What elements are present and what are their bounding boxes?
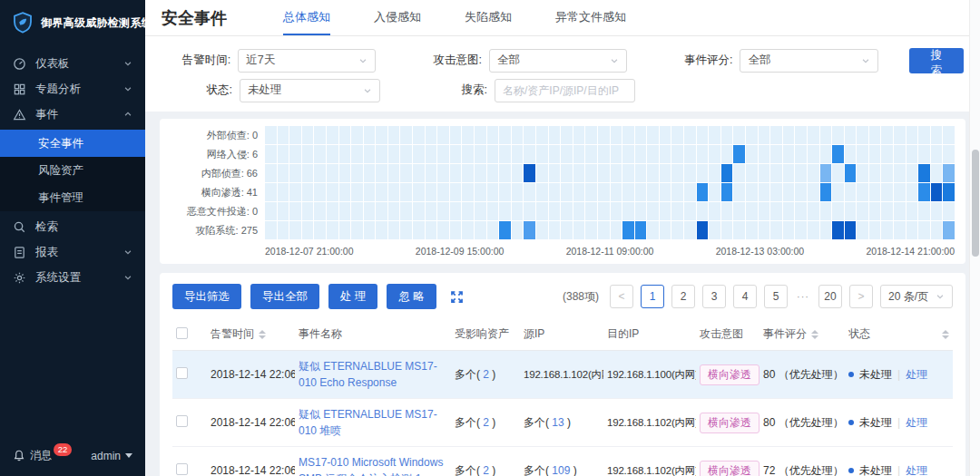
sidebar-item-risk-assets[interactable]: 风险资产 (0, 157, 145, 184)
fullscreen-icon[interactable] (449, 289, 465, 305)
handle-action-link[interactable]: 处理 (906, 416, 927, 429)
row-checkbox[interactable] (176, 367, 188, 379)
heatmap-cell (783, 183, 795, 201)
heatmap-cell (918, 126, 930, 144)
heatmap-cell (808, 202, 819, 220)
page-button-4[interactable]: 4 (733, 285, 757, 308)
heatmap-cell (832, 202, 844, 220)
header-status[interactable]: 状态 (845, 318, 953, 351)
handle-action-link[interactable]: 处理 (906, 368, 927, 381)
sidebar-item-settings[interactable]: 系统设置 (0, 265, 145, 290)
tab-abnormal-file-perception[interactable]: 异常文件感知 (555, 0, 626, 35)
page-button-last[interactable]: 20 (818, 285, 842, 308)
tab-overall-perception[interactable]: 总体感知 (283, 0, 330, 35)
status-select[interactable]: 未处理 (240, 79, 380, 102)
event-name-cell: 疑似 ETERNALBLUE MS17-010 堆喷 (295, 399, 451, 447)
source-ip-cell-count-link[interactable]: 109 (552, 464, 570, 476)
status-text: 未处理 (859, 464, 892, 476)
heatmap-row-label: 内部侦查: 66 (171, 164, 265, 183)
heatmap-cell (746, 126, 758, 144)
tab-compromise-perception[interactable]: 失陷感知 (465, 0, 512, 35)
ignore-button[interactable]: 忽 略 (387, 284, 436, 309)
heatmap-cell (561, 202, 573, 220)
sidebar-item-event-management[interactable]: 事件管理 (0, 184, 145, 211)
heatmap-cell (462, 145, 474, 163)
sort-icon[interactable] (259, 330, 266, 339)
sort-icon[interactable] (942, 330, 949, 339)
header-event-score[interactable]: 事件评分 (760, 318, 845, 351)
chevron-down-icon (936, 292, 945, 301)
page-size-select[interactable]: 20 条/页 (880, 285, 953, 308)
attack-intent-select[interactable]: 全部 (489, 49, 627, 73)
sidebar: 御界高级威胁检测系统 仪表板 专题分析 事件 安全事件 风险资产 事件管理 检索 (0, 0, 145, 476)
keyword-search-input[interactable] (495, 79, 635, 102)
alarm-time-select[interactable]: 近7天 (238, 49, 376, 73)
sidebar-item-analysis[interactable]: 专题分析 (0, 76, 145, 102)
heatmap-grid (265, 126, 955, 240)
page-button-3[interactable]: 3 (702, 285, 726, 308)
sidebar-item-search[interactable]: 检索 (0, 214, 145, 239)
heatmap-cell (549, 164, 561, 182)
row-checkbox[interactable] (176, 415, 188, 427)
page-button-5[interactable]: 5 (764, 285, 788, 308)
heatmap-cell (289, 145, 301, 163)
affected-assets-cell: 多个( 2 ) (451, 399, 520, 447)
export-filtered-button[interactable]: 导出筛选 (172, 284, 241, 309)
sidebar-item-reports[interactable]: 报表 (0, 239, 145, 265)
heatmap-cell (611, 221, 622, 239)
scrollbar-thumb[interactable] (972, 150, 979, 257)
event-name-link[interactable]: 疑似 ETERNALBLUE MS17-010 Echo Response (299, 360, 437, 389)
export-all-button[interactable]: 导出全部 (250, 284, 319, 309)
sidebar-item-security-events[interactable]: 安全事件 (0, 130, 145, 157)
event-score-value: 全部 (748, 53, 770, 68)
heatmap-cell (635, 164, 647, 182)
handle-action-link[interactable]: 处理 (906, 464, 927, 476)
header-alarm-time[interactable]: 告警时间 (207, 318, 295, 351)
heatmap-cell (573, 202, 585, 220)
scrollbar[interactable] (969, 0, 980, 476)
affected-assets-cell-count-link[interactable]: 2 (483, 416, 489, 429)
heatmap-cell (808, 221, 819, 239)
affected-assets-cell-count-link[interactable]: 2 (483, 368, 489, 381)
heatmap-cell (635, 145, 647, 163)
heatmap-cell (697, 145, 709, 163)
heatmap-cell (808, 145, 819, 163)
heatmap-cell (536, 221, 548, 239)
heatmap-cell (289, 126, 301, 144)
heatmap-row-label: 网络入侵: 6 (171, 145, 265, 164)
heatmap-cell (622, 221, 634, 239)
sidebar-item-dashboard[interactable]: 仪表板 (0, 51, 145, 76)
heatmap-cell (413, 221, 425, 239)
heatmap-cell (671, 164, 683, 182)
user-menu[interactable]: admin (91, 450, 132, 462)
page-ellipsis[interactable]: ··· (797, 291, 809, 302)
search-button[interactable]: 搜索 (909, 48, 964, 73)
page-button-2[interactable]: 2 (671, 285, 695, 308)
source-ip-cell-count-link[interactable]: 13 (552, 416, 564, 429)
event-score-select[interactable]: 全部 (740, 49, 877, 73)
select-all-checkbox[interactable] (176, 327, 188, 339)
prev-page-button[interactable]: < (610, 285, 633, 308)
next-page-button[interactable]: > (849, 285, 873, 308)
heatmap-cell (721, 164, 733, 182)
heatmap-cell (437, 202, 449, 220)
alarm-time-label: 告警时间: (162, 53, 230, 68)
tab-intrusion-perception[interactable]: 入侵感知 (374, 0, 421, 35)
source-ip-cell: 多个( 13 ) (520, 399, 603, 447)
heatmap-cell (314, 221, 326, 239)
row-checkbox[interactable] (176, 463, 188, 475)
heatmap-cell (721, 126, 733, 144)
handle-button[interactable]: 处 理 (328, 284, 377, 309)
event-name-link[interactable]: 疑似 ETERNALBLUE MS17-010 堆喷 (299, 408, 437, 437)
sidebar-item-events[interactable]: 事件 (0, 102, 145, 127)
warning-icon (13, 108, 26, 121)
status-separator: | (897, 416, 900, 429)
page-button-1[interactable]: 1 (641, 285, 664, 308)
affected-assets-cell-count-link[interactable]: 2 (483, 464, 489, 476)
heatmap-cell (770, 164, 782, 182)
heatmap-cell (820, 145, 832, 163)
event-name-link[interactable]: MS17-010 Microsoft Windows SMB 远程命令注入检测 … (299, 456, 443, 476)
notifications-button[interactable]: 消息 22 (13, 448, 74, 463)
heatmap-cell (512, 126, 524, 144)
sort-icon[interactable] (811, 330, 818, 339)
